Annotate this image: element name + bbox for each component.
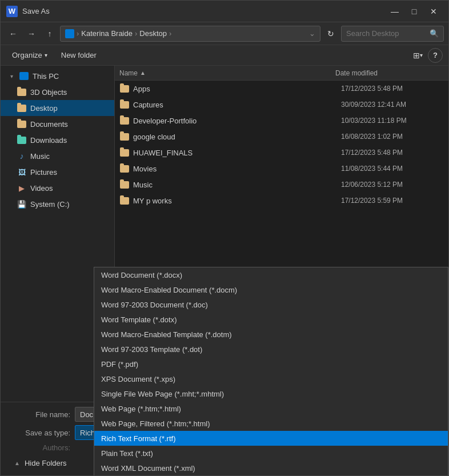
file-icon — [119, 195, 130, 206]
drive-icon: 💾 — [17, 199, 27, 209]
file-row[interactable]: HUAWEI_FINALS 17/12/2023 5:48 PM — [115, 145, 448, 161]
toolbar: Organize ▾ New folder ⊞ ▾ ? — [1, 45, 448, 66]
col-header-date[interactable]: Date modified — [335, 69, 438, 77]
file-icon — [119, 147, 130, 158]
col-header-name[interactable]: Name ▲ — [119, 69, 335, 77]
view-options-button[interactable]: ⊞ ▾ — [410, 48, 426, 63]
music-icon: ♪ — [17, 151, 27, 161]
file-row[interactable]: Apps 17/12/2023 5:48 PM — [115, 81, 448, 97]
window-controls: — □ ✕ — [386, 3, 443, 19]
view-icon: ⊞ — [413, 51, 420, 60]
search-input[interactable] — [346, 29, 426, 38]
dropdown-item[interactable]: Web Page (*.htm;*.html) — [94, 401, 448, 416]
file-row[interactable]: Movies 11/08/2023 5:44 PM — [115, 161, 448, 177]
close-button[interactable]: ✕ — [424, 3, 443, 19]
dropdown-item[interactable]: Single File Web Page (*.mht;*.mhtml) — [94, 386, 448, 401]
folder-icon — [17, 103, 27, 113]
folder-icon — [17, 119, 27, 129]
hide-folders-arrow: ▲ — [14, 460, 20, 466]
file-name: HUAWEI_FINALS — [133, 149, 338, 157]
dropdown-item[interactable]: Word Template (*.dotx) — [94, 312, 448, 327]
back-button[interactable]: ← — [5, 26, 21, 42]
column-headers: Name ▲ Date modified — [115, 66, 448, 81]
file-row[interactable]: Developer-Portfolio 10/03/2023 11:18 PM — [115, 113, 448, 129]
dropdown-item[interactable]: Word 97-2003 Template (*.dot) — [94, 342, 448, 357]
sidebar-item-system-c[interactable]: 💾 System (C:) — [1, 196, 114, 212]
address-icon — [65, 29, 74, 38]
dropdown-item[interactable]: XPS Document (*.xps) — [94, 371, 448, 386]
sidebar-item-label: Desktop — [30, 104, 58, 113]
title-bar: W Save As — □ ✕ — [1, 1, 448, 22]
address-sep1: › — [77, 29, 79, 38]
sidebar-item-label: Music — [30, 152, 50, 161]
search-bar: 🔍 — [341, 26, 444, 42]
hide-folders-label: Hide Folders — [25, 459, 67, 467]
new-folder-button[interactable]: New folder — [55, 48, 102, 63]
savetype-label: Save as type: — [7, 429, 70, 437]
pc-icon — [19, 71, 29, 81]
savetype-dropdown: Word Document (*.docx)Word Macro-Enabled… — [94, 267, 448, 476]
sidebar-item-documents[interactable]: Documents — [1, 116, 114, 132]
address-bar[interactable]: › Katerina Braide › Desktop › ⌄ — [60, 26, 320, 42]
file-icon — [119, 131, 130, 142]
file-icon — [119, 115, 130, 126]
folder-icon — [17, 87, 27, 97]
file-date: 17/12/2023 5:59 PM — [341, 197, 444, 205]
address-sep3: › — [169, 29, 171, 38]
refresh-button[interactable]: ↻ — [323, 26, 339, 42]
file-icon — [119, 179, 130, 190]
sidebar-item-label: 3D Objects — [30, 88, 67, 97]
sidebar-item-3d-objects[interactable]: 3D Objects — [1, 84, 114, 100]
dropdown-item[interactable]: Word Document (*.docx) — [94, 267, 448, 282]
sidebar-item-label: Videos — [30, 184, 53, 193]
file-icon — [119, 99, 130, 110]
file-date: 17/12/2023 5:48 PM — [341, 85, 444, 93]
file-row[interactable]: Music 12/06/2023 5:12 PM — [115, 177, 448, 193]
dropdown-item[interactable]: Word XML Document (*.xml) — [94, 461, 448, 475]
file-name: google cloud — [133, 133, 338, 141]
sidebar-item-label: This PC — [33, 72, 59, 81]
dropdown-item[interactable]: Word 97-2003 Document (*.doc) — [94, 297, 448, 312]
up-button[interactable]: ↑ — [42, 26, 58, 42]
file-date: 30/09/2023 12:41 AM — [341, 101, 444, 109]
dropdown-item[interactable]: Plain Text (*.txt) — [94, 446, 448, 461]
file-row[interactable]: Captures 30/09/2023 12:41 AM — [115, 97, 448, 113]
dropdown-item[interactable]: PDF (*.pdf) — [94, 357, 448, 371]
dropdown-item[interactable]: Web Page, Filtered (*.htm;*.html) — [94, 416, 448, 431]
file-row[interactable]: MY p works 17/12/2023 5:59 PM — [115, 193, 448, 209]
dropdown-item[interactable]: Rich Text Format (*.rtf) — [94, 431, 448, 446]
sidebar-item-downloads[interactable]: Downloads — [1, 132, 114, 148]
expand-icon: ▾ — [7, 72, 15, 80]
search-icon[interactable]: 🔍 — [430, 29, 439, 38]
sidebar-item-music[interactable]: ♪ Music — [1, 148, 114, 164]
maximize-button[interactable]: □ — [405, 3, 423, 19]
file-date: 12/06/2023 5:12 PM — [341, 181, 444, 189]
address-dropdown-arrow[interactable]: ⌄ — [309, 29, 315, 38]
file-name: Movies — [133, 165, 338, 173]
sidebar-item-label: Documents — [30, 120, 68, 129]
minimize-button[interactable]: — — [386, 3, 404, 19]
dropdown-item[interactable]: Word Macro-Enabled Document (*.docm) — [94, 282, 448, 297]
help-button[interactable]: ? — [428, 48, 443, 63]
sidebar-item-pictures[interactable]: 🖼 Pictures — [1, 164, 114, 180]
file-name: Developer-Portfolio — [133, 117, 338, 125]
file-date: 17/12/2023 5:48 PM — [341, 149, 444, 157]
authors-label: Authors: — [7, 443, 70, 452]
address-sep2: › — [135, 29, 137, 38]
organize-button[interactable]: Organize ▾ — [6, 48, 53, 63]
file-name: Captures — [133, 101, 338, 109]
file-name: Apps — [133, 85, 338, 93]
dialog-title: Save As — [22, 7, 386, 15]
sidebar-item-videos[interactable]: ▶ Videos — [1, 180, 114, 196]
filename-label: File name: — [7, 410, 70, 419]
address-part2: Desktop — [139, 29, 167, 38]
word-icon: W — [6, 6, 18, 17]
downloads-icon — [17, 135, 27, 145]
forward-button[interactable]: → — [23, 26, 39, 42]
sidebar-item-label: System (C:) — [30, 200, 70, 209]
file-row[interactable]: google cloud 16/08/2023 1:02 PM — [115, 129, 448, 145]
file-date: 10/03/2023 11:18 PM — [341, 117, 444, 125]
sidebar-item-desktop[interactable]: Desktop — [1, 100, 114, 116]
sidebar-item-this-pc[interactable]: ▾ This PC — [1, 68, 114, 84]
dropdown-item[interactable]: Word Macro-Enabled Template (*.dotm) — [94, 327, 448, 342]
